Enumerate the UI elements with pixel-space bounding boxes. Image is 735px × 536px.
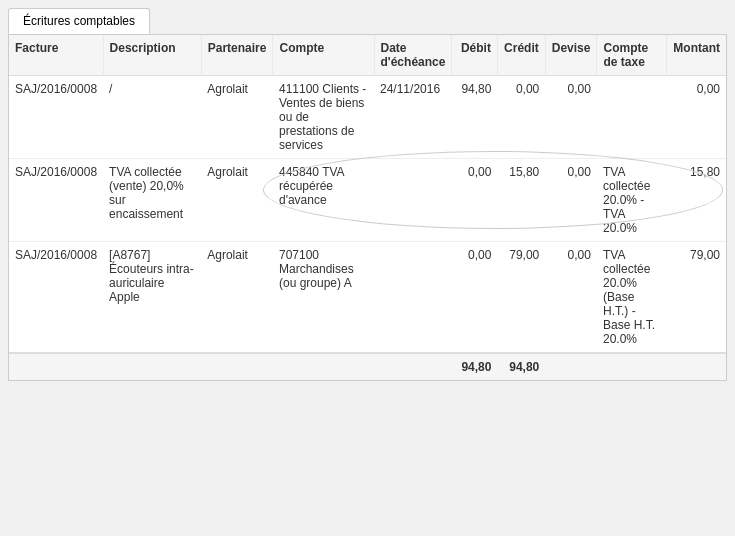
table-header-row: Facture Description Partenaire Compte Da… <box>9 35 726 76</box>
cell-date-2 <box>374 242 452 354</box>
col-header-partenaire: Partenaire <box>201 35 273 76</box>
cell-compte-0: 411100 Clients - Ventes de biens ou de p… <box>273 76 374 159</box>
table-row: SAJ/2016/0008 TVA collectée (vente) 20,0… <box>9 159 726 242</box>
col-header-date-echeance: Date d'échéance <box>374 35 452 76</box>
cell-description-0: / <box>103 76 201 159</box>
col-header-description: Description <box>103 35 201 76</box>
cell-compte-taxe-1: TVA collectée 20.0% - TVA 20.0% <box>597 159 667 242</box>
cell-partenaire-0: Agrolait <box>201 76 273 159</box>
table-wrapper: Facture Description Partenaire Compte Da… <box>8 34 727 381</box>
cell-compte-taxe-2: TVA collectée 20.0% (Base H.T.) - Base H… <box>597 242 667 354</box>
cell-partenaire-2: Agrolait <box>201 242 273 354</box>
footer-cell-description <box>103 353 201 380</box>
footer-cell-montant <box>667 353 726 380</box>
col-header-compte-taxe: Compte de taxe <box>597 35 667 76</box>
footer-cell-debit: 94,80 <box>452 353 498 380</box>
cell-debit-1: 0,00 <box>452 159 498 242</box>
cell-facture-0: SAJ/2016/0008 <box>9 76 103 159</box>
table-row: SAJ/2016/0008 / Agrolait 411100 Clients … <box>9 76 726 159</box>
cell-montant-1: 15,80 <box>667 159 726 242</box>
cell-date-1 <box>374 159 452 242</box>
col-header-facture: Facture <box>9 35 103 76</box>
cell-compte-taxe-0 <box>597 76 667 159</box>
col-header-compte: Compte <box>273 35 374 76</box>
cell-compte-2: 707100 Marchandises (ou groupe) A <box>273 242 374 354</box>
cell-devise-0: 0,00 <box>545 76 597 159</box>
col-header-credit: Crédit <box>497 35 545 76</box>
cell-debit-2: 0,00 <box>452 242 498 354</box>
footer-cell-credit: 94,80 <box>497 353 545 380</box>
accounting-table: Facture Description Partenaire Compte Da… <box>9 35 726 380</box>
col-header-montant: Montant <box>667 35 726 76</box>
table-row: SAJ/2016/0008 [A8767] Écouteurs intra-au… <box>9 242 726 354</box>
table-footer-row: 94,80 94,80 <box>9 353 726 380</box>
footer-cell-devise <box>545 353 597 380</box>
tab-bar: Écritures comptables <box>8 8 727 34</box>
tab-ecritures-comptables[interactable]: Écritures comptables <box>8 8 150 34</box>
col-header-devise: Devise <box>545 35 597 76</box>
footer-cell-compte <box>273 353 374 380</box>
cell-partenaire-1: Agrolait <box>201 159 273 242</box>
cell-description-1: TVA collectée (vente) 20,0% sur encaisse… <box>103 159 201 242</box>
cell-credit-0: 0,00 <box>497 76 545 159</box>
footer-cell-compte-taxe <box>597 353 667 380</box>
footer-cell-facture <box>9 353 103 380</box>
col-header-debit: Débit <box>452 35 498 76</box>
cell-credit-2: 79,00 <box>497 242 545 354</box>
footer-cell-date <box>374 353 452 380</box>
cell-montant-2: 79,00 <box>667 242 726 354</box>
cell-date-0: 24/11/2016 <box>374 76 452 159</box>
cell-description-2: [A8767] Écouteurs intra-auriculaire Appl… <box>103 242 201 354</box>
cell-devise-1: 0,00 <box>545 159 597 242</box>
cell-montant-0: 0,00 <box>667 76 726 159</box>
main-container: Écritures comptables Facture Description… <box>0 0 735 389</box>
cell-credit-1: 15,80 <box>497 159 545 242</box>
cell-facture-2: SAJ/2016/0008 <box>9 242 103 354</box>
footer-cell-partenaire <box>201 353 273 380</box>
cell-debit-0: 94,80 <box>452 76 498 159</box>
cell-facture-1: SAJ/2016/0008 <box>9 159 103 242</box>
cell-devise-2: 0,00 <box>545 242 597 354</box>
cell-compte-1: 445840 TVA récupérée d'avance <box>273 159 374 242</box>
